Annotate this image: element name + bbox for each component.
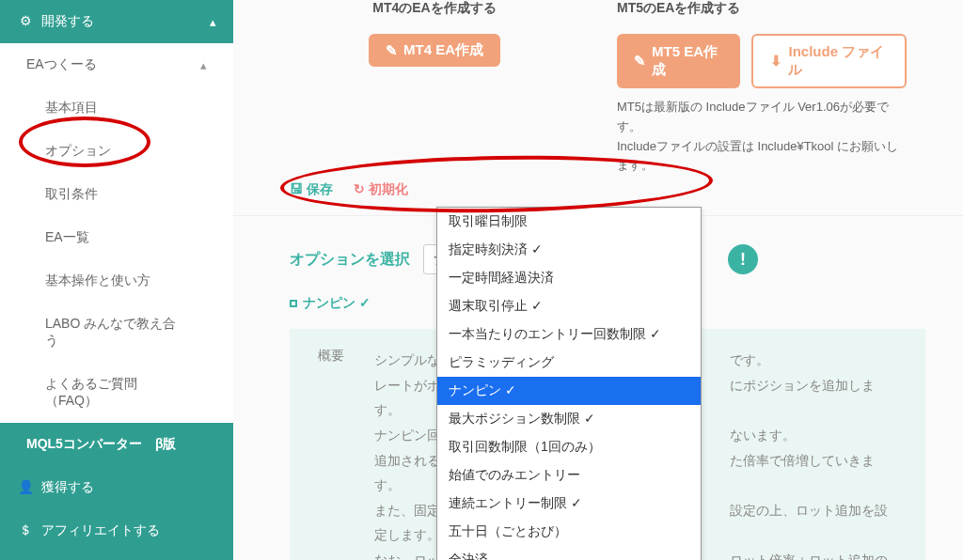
sidebar-item-label: 取引条件 [45,186,98,203]
save-button[interactable]: 🖫 保存 [290,181,333,198]
sidebar-eatool-label: EAつくーる [26,56,97,73]
mt5-note1: MT5は最新版の Includeファイル Ver1.06が必要です。 [617,98,907,137]
checkbox-icon [290,300,297,307]
dropdown-item[interactable]: ナンピン ✓ [437,377,701,405]
option-dropdown: 取引曜日制限指定時刻決済 ✓一定時間経過決済週末取引停止 ✓一本当たりのエントリ… [436,207,702,560]
option-label: オプションを選択 [290,250,410,270]
mt5-card: MT5のEAを作成する ✎ MT5 EA作成 ⬇ Include ファイル MT… [617,0,907,176]
mt5-note2: Includeファイルの設置は Include¥Tkool にお願いします。 [617,137,907,177]
dropdown-item[interactable]: 始値でのみエントリー [437,461,701,490]
sidebar-item-labo[interactable]: LABO みんなで教え合う [0,303,233,363]
section-title: ナンピン ✓ [303,295,371,312]
sidebar-item-label: LABO みんなで教え合う [45,316,188,350]
dropdown-item[interactable]: 一定時間経過決済 [437,264,701,292]
sidebar-item-conditions[interactable]: 取引条件 [0,173,233,216]
dropdown-item[interactable]: ピラミッディング [437,349,701,377]
dropdown-item[interactable]: 連続エントリー制限 ✓ [437,490,701,518]
sidebar-item-faq[interactable]: よくあるご質問（FAQ） [0,363,233,423]
gear-icon: ⚙ [17,13,34,28]
dropdown-item[interactable]: 取引回数制限（1回のみ） [437,433,701,461]
sidebar-item-label: よくあるご質問（FAQ） [45,376,188,410]
chevron-up-icon: ▴ [210,15,216,29]
sidebar-item-option[interactable]: オプション [0,130,233,173]
warning-badge[interactable]: ! [728,244,758,274]
dropdown-item[interactable]: 全決済 [437,546,701,560]
sidebar-item-label: 基本項目 [45,100,98,117]
download-icon: ⬇ [770,53,782,70]
sidebar-item-basic[interactable]: 基本項目 [0,86,233,130]
include-file-button[interactable]: ⬇ Include ファイル [751,34,907,88]
dropdown-item[interactable]: 最大ポジション数制限 ✓ [437,405,701,433]
dropdown-item[interactable]: 取引曜日制限 [437,208,701,236]
sidebar-develop[interactable]: ⚙開発する ▴ [0,0,233,43]
sidebar-item-ealist[interactable]: EA一覧 [0,216,233,259]
sidebar: ⚙開発する ▴ EAつくーる ▴ 基本項目 オプション 取引条件 EA一覧 基本… [0,0,233,560]
edit-icon: ✎ [386,42,398,59]
sidebar-develop-label: 開発する [41,13,94,28]
money-icon: ＄ [17,522,34,539]
sidebar-acquire-label: 獲得する [41,479,94,494]
sidebar-item-howto[interactable]: 基本操作と使い方 [0,259,233,303]
sidebar-acquire[interactable]: 👤獲得する [0,466,233,509]
chevron-up-icon: ▴ [200,58,207,72]
sidebar-affiliate[interactable]: ＄アフィリエイトする [0,509,233,552]
detail-label: 概要 [318,348,355,560]
sidebar-item-label: オプション [45,143,111,160]
save-label: 保存 [307,181,333,196]
include-file-label: Include ファイル [788,43,888,79]
dropdown-item[interactable]: 一本当たりのエントリー回数制限 ✓ [437,320,701,349]
dropdown-item[interactable]: 指定時刻決済 ✓ [437,236,701,264]
sidebar-item-label: EA一覧 [45,229,89,246]
sidebar-message[interactable]: 💬メッセージを送る [0,552,233,560]
mt5-create-label: MT5 EA作成 [652,43,723,79]
mt4-card: MT4のEAを作成する ✎ MT4 EA作成 [290,0,579,176]
edit-icon: ✎ [634,53,646,70]
save-icon: 🖫 [290,181,303,196]
sidebar-converter-label: MQL5コンバーター β版 [26,436,176,453]
sidebar-affiliate-label: アフィリエイトする [41,522,160,537]
reset-icon: ↻ [354,181,365,196]
user-plus-icon: 👤 [17,479,34,494]
mt4-create-button[interactable]: ✎ MT4 EA作成 [369,34,500,67]
dropdown-item[interactable]: 五十日（ごとおび） [437,518,701,546]
dropdown-item[interactable]: 週末取引停止 ✓ [437,292,701,320]
mt4-title: MT4のEAを作成する [290,0,579,17]
sidebar-item-label: 基本操作と使い方 [45,272,150,289]
sidebar-converter[interactable]: MQL5コンバーター β版 [0,423,233,466]
mt5-create-button[interactable]: ✎ MT5 EA作成 [617,34,740,88]
reset-button[interactable]: ↻ 初期化 [354,181,408,198]
reset-label: 初期化 [369,181,408,196]
mt4-create-label: MT4 EA作成 [403,41,483,59]
mt5-title: MT5のEAを作成する [617,0,907,17]
sidebar-eatool[interactable]: EAつくーる ▴ [0,43,233,86]
